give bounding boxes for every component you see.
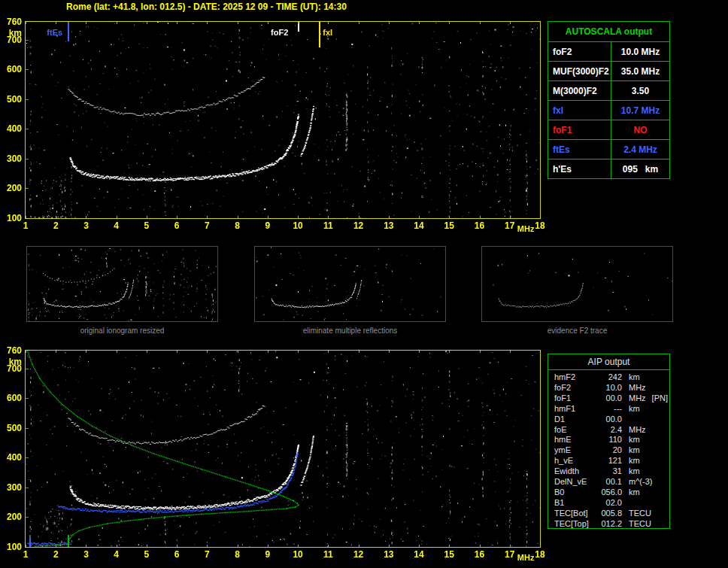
thumbnail-no-multiples: eliminate multiple reflections xyxy=(254,246,446,335)
aip-row: B102.0 xyxy=(554,498,669,509)
param-name: foF1 xyxy=(548,120,611,140)
xtick-label: 15 xyxy=(444,220,454,231)
param-name: foF2 xyxy=(548,42,611,62)
autoscala-row: foF2 10.0 MHz xyxy=(548,42,670,62)
param-unit: km xyxy=(629,445,640,456)
param-name: foF2 xyxy=(554,383,596,393)
param-unit: TECU xyxy=(629,509,651,519)
xtick-label: 18 xyxy=(535,549,544,560)
xtick-label: 17 xyxy=(505,220,514,231)
param-unit: TECU xyxy=(629,519,651,530)
aip-row: h_vE121km xyxy=(554,456,669,466)
param-unit: km xyxy=(629,372,640,383)
param-value: 121 xyxy=(596,456,622,466)
aip-row: hmF2242km xyxy=(554,372,669,383)
ytick-label: 600 xyxy=(7,64,22,74)
aip-table-title: AIP output xyxy=(548,354,669,370)
xtick-label: 3 xyxy=(83,549,89,560)
aip-row: DelN_vE00.1m^(-3) xyxy=(554,477,669,488)
param-value: 31 xyxy=(596,466,622,477)
param-name: Ewidth xyxy=(554,466,596,477)
xtick-label: 1 xyxy=(23,220,29,231)
param-note: [PN] xyxy=(652,393,668,404)
xtick-label: 6 xyxy=(174,549,180,560)
xtick-label: 6 xyxy=(174,220,180,231)
thumbnail-caption: eliminate multiple reflections xyxy=(254,327,446,335)
page-title: Rome (lat: +41.8, lon: 012.5) - DATE: 20… xyxy=(66,2,347,12)
aip-row: Ewidth31km xyxy=(554,466,669,477)
ionogram-canvas xyxy=(26,22,540,218)
ytick-label: 400 xyxy=(7,452,22,463)
ytick-label: 700 xyxy=(7,35,22,45)
autoscala-row: ftEs 2.4 MHz xyxy=(548,140,670,159)
param-name: hmF1 xyxy=(554,404,596,415)
thumbnail-original-ionogram: original ionogram resized xyxy=(26,246,218,335)
thumbnail-original-canvas xyxy=(26,246,218,322)
thumbnail-caption: evidence F2 trace xyxy=(481,327,673,335)
param-name: MUF(3000)F2 xyxy=(548,62,611,81)
param-unit: MHz xyxy=(629,383,646,393)
xtick-label: 5 xyxy=(144,549,150,560)
param-name: DelN_vE xyxy=(554,477,596,488)
xtick-label: 4 xyxy=(114,220,119,231)
aip-output-table: AIP output hmF2242km foF210.0MHz foF100.… xyxy=(548,354,670,529)
y-axis-unit: km xyxy=(9,357,22,367)
thumbnail-f2-evidence-canvas xyxy=(481,246,673,322)
thumbnail-no-multiples-canvas xyxy=(254,246,446,322)
aip-row: B0056.0km xyxy=(554,488,669,498)
autoscala-row: fxI 10.7 MHz xyxy=(548,101,670,120)
aip-row: TEC[Top]012.2TECU xyxy=(554,519,669,530)
param-name: D1 xyxy=(554,415,596,425)
param-name: B0 xyxy=(554,488,596,498)
param-name: B1 xyxy=(554,498,596,509)
aip-row: foF100.0MHz[PN] xyxy=(554,393,669,404)
xtick-label: 18 xyxy=(535,220,544,231)
xtick-label: 2 xyxy=(53,220,59,231)
param-name: hmF2 xyxy=(554,372,596,383)
param-name: foF1 xyxy=(554,393,596,404)
param-name: M(3000)F2 xyxy=(548,81,611,101)
param-value: 005.8 xyxy=(596,509,622,519)
autoscala-row: h'Es 095 km xyxy=(548,159,670,179)
param-name: h'Es xyxy=(548,159,611,179)
xtick-label: 14 xyxy=(414,549,423,560)
param-unit: km xyxy=(629,404,640,415)
aip-row: ymE20km xyxy=(554,445,669,456)
param-value: NO xyxy=(611,120,670,140)
ytick-label: 600 xyxy=(7,393,22,403)
xtick-label: 1 xyxy=(23,549,29,560)
param-value: 10.7 MHz xyxy=(611,101,670,120)
xtick-label: 13 xyxy=(384,549,393,560)
param-name: ymE xyxy=(554,445,596,456)
ytick-label: 760 xyxy=(7,345,22,356)
param-value: 095 km xyxy=(611,159,670,179)
param-unit: km xyxy=(629,466,640,477)
xtick-label: 9 xyxy=(265,549,271,560)
param-value: 00.0 xyxy=(596,415,622,425)
xtick-label: 7 xyxy=(205,549,210,560)
xtick-label: 12 xyxy=(353,549,363,560)
param-value: 10.0 MHz xyxy=(611,42,670,62)
param-name: TEC[Top] xyxy=(554,519,596,530)
param-value: 20 xyxy=(596,445,622,456)
aip-row: foF210.0MHz xyxy=(554,383,669,393)
ytick-label: 100 xyxy=(7,213,22,223)
xtick-label: 17 xyxy=(505,549,514,560)
param-value: 00.0 xyxy=(596,393,622,404)
xtick-label: 16 xyxy=(475,220,484,231)
param-name: foE xyxy=(554,425,596,436)
param-name: fxI xyxy=(548,101,611,120)
ytick-label: 100 xyxy=(7,542,22,552)
autoscala-output-table: AUTOSCALA output foF2 10.0 MHz MUF(3000)… xyxy=(548,21,670,179)
xtick-label: 7 xyxy=(205,220,210,231)
param-value: 110 xyxy=(596,435,622,445)
aip-row: D100.0 xyxy=(554,415,669,425)
param-value: 10.0 xyxy=(596,383,622,393)
param-value: 242 xyxy=(596,372,622,383)
param-value: --- xyxy=(596,404,622,415)
ytick-label: 300 xyxy=(7,153,22,164)
xtick-label: 3 xyxy=(83,220,89,231)
xtick-label: 5 xyxy=(144,220,150,231)
aip-row: hmF1---km xyxy=(554,404,669,415)
thumbnail-caption: original ionogram resized xyxy=(26,327,218,335)
